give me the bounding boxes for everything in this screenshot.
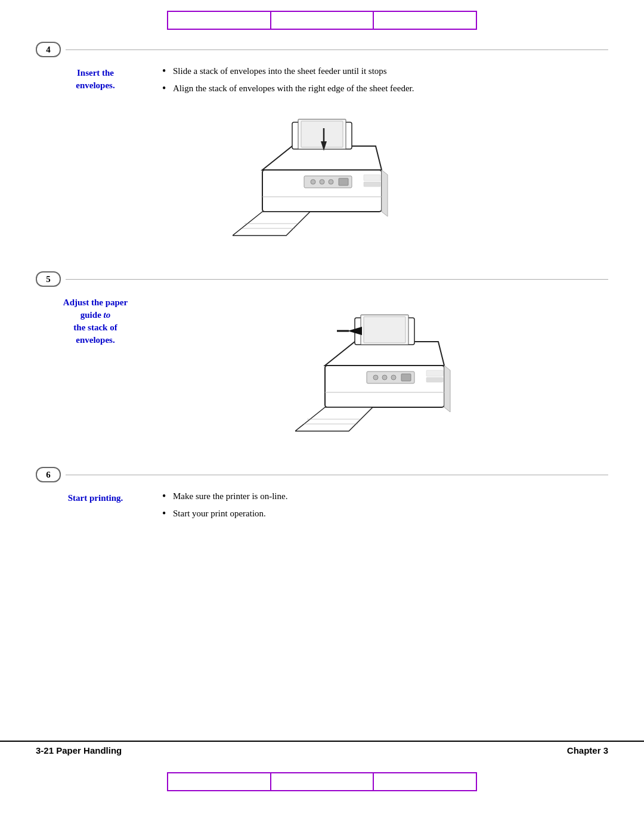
svg-rect-23 [364,317,405,343]
step6-label: Start printing. [68,493,123,503]
bottom-nav-cell-2 [271,773,374,790]
step4-bullet-2: Align the stack of envelopes with the ri… [161,82,608,95]
step4-body: Insert theenvelopes. Slide a stack of en… [36,64,608,98]
step6-content: Make sure the printer is on-line. Start … [161,490,608,524]
svg-marker-1 [262,146,382,170]
bottom-nav-bar [0,772,644,791]
footer-right: Chapter 3 [567,745,608,755]
top-nav-bar [0,0,644,36]
step6-header: 6 [36,467,608,482]
step4-badge: 4 [36,42,61,57]
step5-label-col: Adjust the paperguide tothe stack ofenve… [48,294,143,346]
step4-section: 4 Insert theenvelopes. Slide a stack of … [0,36,644,265]
step6-bullet-2: Start your print operation. [161,507,608,521]
page-footer: 3-21 Paper Handling Chapter 3 [0,741,644,755]
step5-line [66,279,608,280]
step4-bullets: Slide a stack of envelopes into the shee… [161,64,608,95]
svg-marker-35 [444,366,450,412]
nav-cell-1 [168,12,271,29]
step5-body: Adjust the paperguide tothe stack ofenve… [36,294,608,455]
svg-marker-16 [382,170,388,216]
bottom-nav-cell-3 [374,773,476,790]
svg-marker-20 [325,342,444,366]
svg-point-27 [373,375,378,380]
printer-illustration-1 [36,104,608,247]
svg-point-28 [382,375,387,380]
printer-svg-2 [295,300,474,443]
svg-rect-11 [339,178,348,185]
bottom-nav-bar-inner [167,772,477,791]
step4-label: Insert theenvelopes. [76,68,114,90]
step5-badge: 5 [36,271,61,287]
step4-header: 4 [36,42,608,57]
printer-svg-1 [233,104,411,247]
printer-illustration-2 [161,300,608,443]
step6-bullet-1: Make sure the printer is on-line. [161,490,608,503]
svg-rect-30 [401,374,411,381]
step4-bullet-1: Slide a stack of envelopes into the shee… [161,64,608,78]
svg-rect-37 [426,377,443,382]
bottom-nav-cell-1 [168,773,271,790]
step6-body: Start printing. Make sure the printer is… [36,490,608,524]
footer-left: 3-21 Paper Handling [36,745,122,755]
step6-badge: 6 [36,467,61,482]
svg-point-9 [320,179,324,184]
svg-point-10 [329,179,333,184]
step5-label: Adjust the paperguide tothe stack ofenve… [63,298,128,345]
step5-header: 5 [36,271,608,287]
step4-line [66,49,608,50]
step6-bullets: Make sure the printer is on-line. Start … [161,490,608,520]
nav-cell-3 [374,12,476,29]
top-nav-bar-inner [167,11,477,30]
step6-section: 6 Start printing. Make sure the printer … [0,461,644,529]
svg-point-29 [391,375,396,380]
svg-rect-36 [426,370,443,376]
step4-label-col: Insert theenvelopes. [48,64,143,98]
step6-label-col: Start printing. [48,490,143,524]
svg-rect-18 [364,182,380,187]
nav-cell-2 [271,12,374,29]
step5-content [161,294,608,455]
step4-content: Slide a stack of envelopes into the shee… [161,64,608,98]
svg-rect-17 [364,175,380,181]
svg-point-8 [311,179,315,184]
step5-section: 5 Adjust the paperguide tothe stack ofen… [0,265,644,461]
page-container: 4 Insert theenvelopes. Slide a stack of … [0,0,644,833]
step6-line [66,475,608,475]
